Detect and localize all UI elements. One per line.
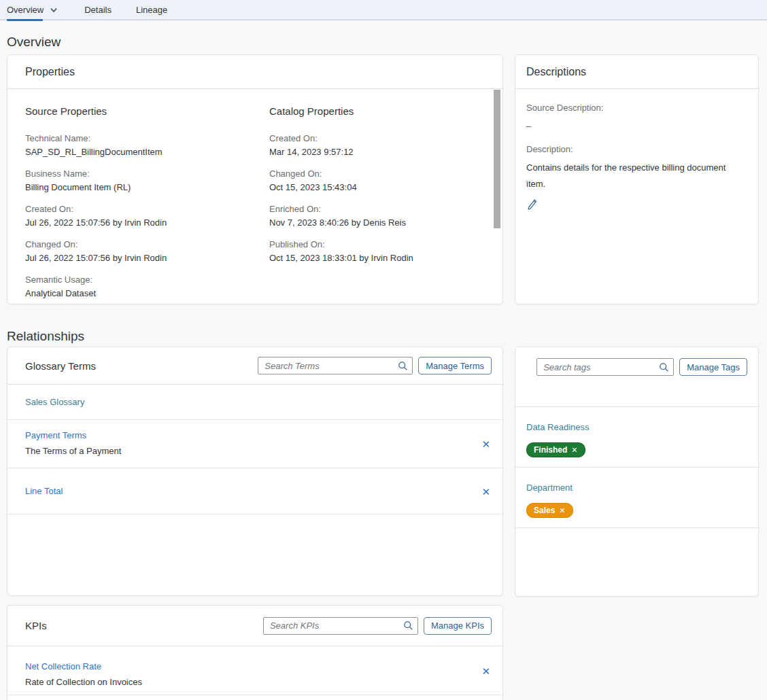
field-value: Mar 14, 2023 9:57:12 xyxy=(269,145,485,159)
field-label: Created On: xyxy=(25,203,269,216)
tab-details[interactable]: Details xyxy=(84,0,112,20)
descriptions-card-title: Descriptions xyxy=(526,66,586,78)
description-label: Description: xyxy=(526,143,745,156)
descriptions-card-body: Source Description: – Description: Conta… xyxy=(515,89,758,213)
kpis-card-title: KPIs xyxy=(25,620,47,631)
glossary-term-description: The Terms of a Payment xyxy=(25,446,502,456)
kpis-card: KPIs Manage KPIs Net Collection Rate Rat… xyxy=(7,605,503,700)
search-tags-box xyxy=(536,358,674,376)
field-label: Enriched On: xyxy=(269,203,485,216)
description-value: Contains details for the respective bill… xyxy=(526,160,745,192)
icon-tab-bar: Overview Details Lineage xyxy=(0,0,767,20)
field-value: Billing Document Item (RL) xyxy=(25,181,269,194)
glossary-card-title: Glossary Terms xyxy=(25,360,96,372)
page-title: Overview xyxy=(7,35,61,50)
glossary-terms-card: Glossary Terms Manage Terms Sales Glossa… xyxy=(7,347,503,596)
tag-category-link[interactable]: Data Readiness xyxy=(526,422,590,432)
remove-tag-icon[interactable]: ✕ xyxy=(571,445,577,455)
descriptions-card-header: Descriptions xyxy=(515,55,758,89)
glossary-card-header: Glossary Terms Manage Terms xyxy=(7,347,502,385)
field-label: Business Name: xyxy=(25,167,269,181)
properties-card-body: Source Properties Technical Name: SAP_SD… xyxy=(7,89,502,304)
property-field: Changed On: Oct 15, 2023 15:43:04 xyxy=(269,167,485,194)
property-field: Changed On: Jul 26, 2022 15:07:56 by Irv… xyxy=(25,238,269,265)
properties-card-header: Properties xyxy=(7,55,502,89)
source-description-value: – xyxy=(526,120,745,133)
search-icon[interactable] xyxy=(398,361,408,371)
vertical-scrollbar-thumb[interactable] xyxy=(494,90,500,228)
edit-description-button[interactable] xyxy=(526,198,538,211)
field-value: Analytical Dataset xyxy=(25,287,269,300)
source-properties-title: Source Properties xyxy=(25,105,269,117)
manage-terms-button[interactable]: Manage Terms xyxy=(418,357,492,374)
field-value: Nov 7, 2023 8:40:26 by Denis Reis xyxy=(269,216,485,230)
tags-card: Manage Tags Data Readiness Finished ✕ De… xyxy=(515,347,759,597)
relationships-section-title: Relationships xyxy=(7,329,84,344)
field-label: Changed On: xyxy=(269,167,485,181)
catalog-properties-title: Catalog Properties xyxy=(269,105,485,117)
tab-lineage-label: Lineage xyxy=(136,5,167,15)
chevron-down-icon[interactable] xyxy=(50,7,58,13)
field-value: Oct 15, 2023 18:33:01 by Irvin Rodin xyxy=(269,251,485,265)
search-terms-input[interactable] xyxy=(265,361,398,371)
field-value: Oct 15, 2023 15:43:04 xyxy=(269,181,485,194)
property-field: Semantic Usage: Analytical Dataset xyxy=(25,273,269,300)
search-kpis-box xyxy=(263,617,418,635)
pencil-icon xyxy=(526,198,538,211)
properties-card: Properties Source Properties Technical N… xyxy=(7,54,503,304)
descriptions-card: Descriptions Source Description: – Descr… xyxy=(515,54,759,304)
field-value: Jul 26, 2022 15:07:56 by Irvin Rodin xyxy=(25,216,269,230)
property-field: Published On: Oct 15, 2023 18:33:01 by I… xyxy=(269,238,485,265)
field-label: Changed On: xyxy=(25,238,269,251)
search-kpis-input[interactable] xyxy=(270,620,403,631)
property-field: Business Name: Billing Document Item (RL… xyxy=(25,167,269,194)
search-tags-input[interactable] xyxy=(543,362,659,372)
source-properties-column: Source Properties Technical Name: SAP_SD… xyxy=(25,105,269,304)
search-icon[interactable] xyxy=(403,620,413,631)
tag-group-row: Department Sales ✕ xyxy=(515,468,758,528)
field-label: Technical Name: xyxy=(25,132,269,145)
tag-token-sales: Sales ✕ xyxy=(526,503,573,518)
field-label: Created On: xyxy=(269,132,485,145)
source-description-label: Source Description: xyxy=(526,101,745,115)
kpis-card-header: KPIs Manage KPIs xyxy=(7,606,502,646)
tab-details-label: Details xyxy=(84,5,112,15)
glossary-term-link[interactable]: Payment Terms xyxy=(25,430,86,440)
field-label: Published On: xyxy=(269,238,485,251)
tab-lineage[interactable]: Lineage xyxy=(136,0,167,20)
field-value: SAP_SD_RL_BillingDocumentItem xyxy=(25,145,269,159)
remove-tag-icon[interactable]: ✕ xyxy=(559,506,565,515)
active-tab-underline xyxy=(7,19,43,21)
property-field: Created On: Mar 14, 2023 9:57:12 xyxy=(269,132,485,159)
glossary-term-link[interactable]: Line Total xyxy=(25,486,63,496)
tab-overview[interactable]: Overview xyxy=(7,0,58,20)
search-icon[interactable] xyxy=(659,362,669,372)
property-field: Created On: Jul 26, 2022 15:07:56 by Irv… xyxy=(25,203,269,230)
properties-card-title: Properties xyxy=(25,66,75,78)
property-field: Enriched On: Nov 7, 2023 8:40:26 by Deni… xyxy=(269,203,485,230)
remove-kpi-icon[interactable]: ✕ xyxy=(481,665,490,676)
field-value: Jul 26, 2022 15:07:56 by Irvin Rodin xyxy=(25,251,269,265)
glossary-term-row: Payment Terms The Terms of a Payment ✕ xyxy=(7,420,502,468)
tag-token-finished: Finished ✕ xyxy=(526,442,585,457)
kpi-description: Rate of Collection on Invoices xyxy=(25,677,502,687)
manage-tags-button[interactable]: Manage Tags xyxy=(679,358,747,376)
tag-token-label: Sales xyxy=(534,506,555,515)
tab-overview-label: Overview xyxy=(7,5,44,15)
kpi-link[interactable]: Net Collection Rate xyxy=(25,661,101,671)
tag-group-row: Data Readiness Finished ✕ xyxy=(515,407,758,468)
tag-token-label: Finished xyxy=(534,445,567,455)
remove-term-icon[interactable]: ✕ xyxy=(481,486,490,496)
glossary-term-row: Line Total ✕ xyxy=(7,468,502,514)
catalog-properties-column: Catalog Properties Created On: Mar 14, 2… xyxy=(269,105,485,304)
tag-category-link[interactable]: Department xyxy=(526,483,573,493)
glossary-group-row: Sales Glossary xyxy=(7,385,502,420)
search-terms-box xyxy=(258,357,413,374)
glossary-group-link[interactable]: Sales Glossary xyxy=(25,397,84,407)
kpi-row: Net Collection Rate Rate of Collection o… xyxy=(7,646,502,695)
manage-kpis-button[interactable]: Manage KPIs xyxy=(424,617,492,635)
remove-term-icon[interactable]: ✕ xyxy=(481,439,490,449)
property-field: Technical Name: SAP_SD_RL_BillingDocumen… xyxy=(25,132,269,159)
tags-card-header: Manage Tags xyxy=(515,347,758,407)
field-label: Semantic Usage: xyxy=(25,273,269,287)
